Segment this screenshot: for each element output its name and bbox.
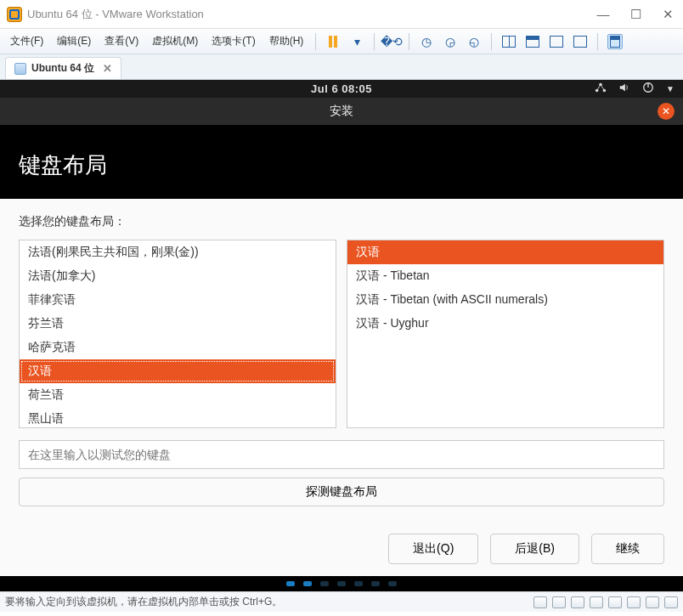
continue-button[interactable]: 继续 — [591, 534, 664, 564]
menu-tabs[interactable]: 选项卡(T) — [206, 31, 260, 51]
maximize-button[interactable]: ☐ — [627, 7, 644, 22]
progress-dot — [371, 581, 380, 586]
keyboard-layout-lists: 法语(刚果民主共和国，刚果(金))法语(加拿大)菲律宾语芬兰语哈萨克语汉语荷兰语… — [19, 240, 664, 428]
ubuntu-clock[interactable]: Jul 6 08:05 — [311, 82, 372, 95]
ubuntu-topbar: Jul 6 08:05 ▼ — [0, 80, 683, 98]
device-display-icon[interactable] — [646, 596, 659, 608]
device-usb-icon[interactable] — [590, 596, 603, 608]
back-button[interactable]: 后退(B) — [490, 534, 579, 564]
vm-tab-icon — [14, 63, 26, 75]
installer-header: 键盘布局 — [0, 125, 683, 199]
vmware-window-title: Ubuntu 64 位 - VMware Workstation — [27, 7, 595, 22]
vm-device-icons — [533, 596, 678, 608]
volume-icon[interactable] — [618, 82, 630, 96]
console-view-icon[interactable] — [607, 34, 623, 49]
unity-icon[interactable] — [549, 34, 564, 49]
list-item[interactable]: 荷兰语 — [20, 383, 336, 407]
menu-file[interactable]: 文件(F) — [5, 31, 48, 51]
variant-list[interactable]: 汉语汉语 - Tibetan汉语 - Tibetan (with ASCII n… — [347, 240, 664, 428]
installer-body: 选择您的键盘布局： 法语(刚果民主共和国，刚果(金))法语(加拿大)菲律宾语芬兰… — [0, 199, 683, 522]
installer-titlebar: 安装 ✕ — [0, 98, 683, 125]
close-button[interactable]: ✕ — [659, 7, 676, 22]
menu-edit[interactable]: 编辑(E) — [52, 31, 96, 51]
separator — [597, 33, 598, 50]
vmware-statusbar: 要将输入定向到该虚拟机，请在虚拟机内部单击或按 Ctrl+G。 — [0, 591, 683, 612]
keyboard-test-input[interactable] — [19, 440, 664, 469]
list-item[interactable]: 菲律宾语 — [20, 288, 336, 312]
list-item[interactable]: 汉语 - Tibetan (with ASCII numerals) — [347, 288, 663, 312]
send-ctrl-alt-del-icon[interactable]: �⟲ — [384, 34, 399, 49]
window-controls: — ☐ ✕ — [595, 7, 676, 22]
status-text: 要将输入定向到该虚拟机，请在虚拟机内部单击或按 Ctrl+G。 — [5, 595, 533, 609]
quit-button[interactable]: 退出(Q) — [388, 534, 478, 564]
network-icon[interactable] — [595, 82, 607, 96]
progress-dot — [354, 581, 363, 586]
installer-prompt: 选择您的键盘布局： — [19, 214, 664, 229]
progress-dot — [320, 581, 329, 586]
vmware-logo-icon — [7, 7, 22, 22]
menu-view[interactable]: 查看(V) — [99, 31, 144, 51]
list-item[interactable]: 法语(刚果民主共和国，刚果(金)) — [20, 240, 336, 264]
progress-dot — [286, 581, 295, 586]
installer-close-button[interactable]: ✕ — [658, 103, 675, 120]
separator — [374, 33, 375, 50]
list-item[interactable]: 芬兰语 — [20, 312, 336, 336]
power-icon[interactable] — [642, 82, 654, 96]
progress-dot — [337, 581, 346, 586]
menu-help[interactable]: 帮助(H) — [264, 31, 309, 51]
separator — [409, 33, 409, 50]
list-item[interactable]: 汉语 - Tibetan — [347, 264, 663, 288]
guest-display: Jul 6 08:05 ▼ 安装 ✕ 键盘布局 选择您的键盘布局： 法语( — [0, 80, 683, 591]
installer-window-title: 安装 — [330, 104, 353, 119]
list-item[interactable]: 汉语 — [20, 359, 336, 383]
list-item[interactable]: 汉语 - Uyghur — [347, 312, 663, 336]
chevron-down-icon[interactable]: ▼ — [666, 84, 675, 93]
vmware-titlebar: Ubuntu 64 位 - VMware Workstation — ☐ ✕ — [0, 0, 683, 29]
installer-footer: 退出(Q) 后退(B) 继续 — [0, 522, 683, 576]
installer-progress-dots — [0, 576, 683, 591]
list-item[interactable]: 汉语 — [347, 240, 663, 264]
fullscreen-icon[interactable] — [573, 34, 588, 49]
snapshot-icon[interactable]: ◷ — [419, 34, 434, 49]
snapshot-manager-icon[interactable]: ◵ — [466, 34, 482, 49]
vmware-tab-bar: Ubuntu 64 位 ✕ — [0, 54, 683, 80]
separator — [491, 33, 492, 50]
snapshot-revert-icon[interactable]: ◶ — [443, 34, 458, 49]
ubuntu-installer: 安装 ✕ 键盘布局 选择您的键盘布局： 法语(刚果民主共和国，刚果(金))法语(… — [0, 98, 683, 576]
list-item[interactable]: 法语(加拿大) — [20, 264, 336, 288]
vmware-menubar: 文件(F) 编辑(E) 查看(V) 虚拟机(M) 选项卡(T) 帮助(H) ▾ … — [0, 29, 683, 54]
ubuntu-system-tray[interactable]: ▼ — [595, 82, 675, 96]
language-list[interactable]: 法语(刚果民主共和国，刚果(金))法语(加拿大)菲律宾语芬兰语哈萨克语汉语荷兰语… — [19, 240, 336, 428]
separator — [315, 33, 316, 50]
device-message-icon[interactable] — [664, 596, 678, 608]
tab-close-button[interactable]: ✕ — [103, 62, 112, 75]
device-sound-icon[interactable] — [608, 596, 622, 608]
layout-split-icon[interactable] — [501, 34, 516, 49]
layout-single-icon[interactable] — [525, 34, 540, 49]
device-hdd-icon[interactable] — [533, 596, 547, 608]
dropdown-icon[interactable]: ▾ — [349, 34, 364, 49]
installer-heading: 键盘布局 — [19, 150, 664, 180]
device-printer-icon[interactable] — [627, 596, 641, 608]
list-item[interactable]: 哈萨克语 — [20, 336, 336, 359]
vm-tab-label: Ubuntu 64 位 — [31, 61, 94, 76]
pause-button[interactable] — [325, 34, 341, 49]
vm-tab-ubuntu[interactable]: Ubuntu 64 位 ✕ — [5, 57, 121, 79]
minimize-button[interactable]: — — [595, 7, 612, 22]
device-network-icon[interactable] — [571, 596, 584, 608]
progress-dot — [388, 581, 397, 586]
progress-dot — [303, 581, 312, 586]
menu-vm[interactable]: 虚拟机(M) — [147, 31, 203, 51]
list-item[interactable]: 黑山语 — [20, 407, 336, 428]
device-cd-icon[interactable] — [552, 596, 566, 608]
detect-keyboard-button[interactable]: 探测键盘布局 — [19, 478, 664, 506]
